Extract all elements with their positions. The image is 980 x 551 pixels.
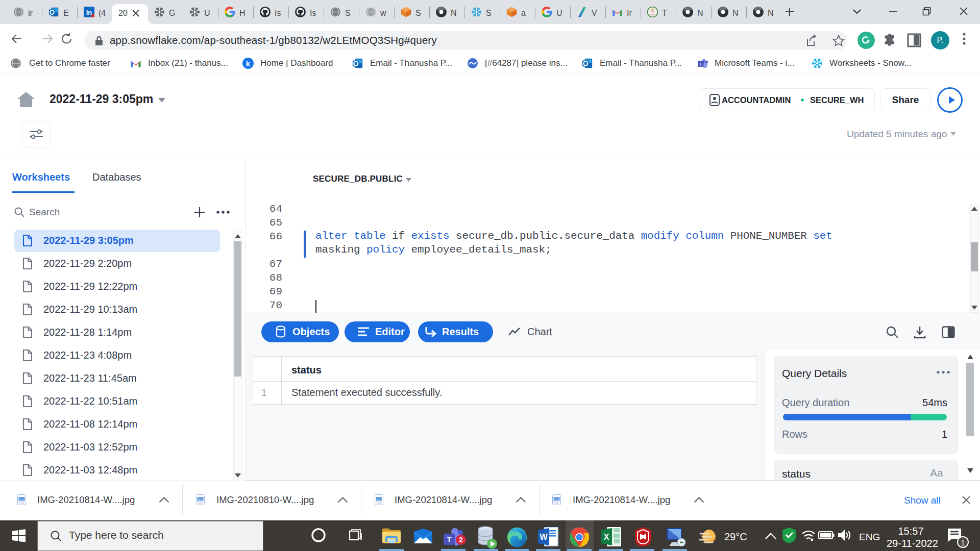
svg-text:W: W — [540, 533, 548, 541]
svg-text:X: X — [604, 533, 609, 541]
svg-text:T: T — [699, 62, 702, 67]
svg-text:k: k — [246, 59, 251, 68]
svg-text:in: in — [86, 9, 92, 16]
svg-text:T: T — [447, 535, 451, 543]
